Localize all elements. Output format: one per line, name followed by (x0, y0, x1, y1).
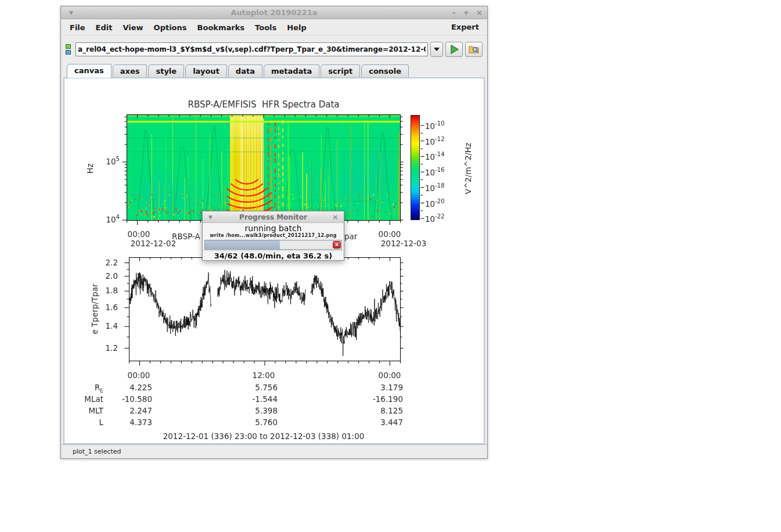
progress-monitor-dialog[interactable]: ▼ Progress Monitor × running batch write… (202, 211, 344, 261)
spectrogram-start-time-label: 00:00 (121, 229, 156, 239)
y-tick-label: 1.8 (83, 286, 118, 295)
ephemeris-row-label: L (69, 418, 103, 427)
plot-title: RBSP-A/EMFISIS HFR Spectra Data (127, 99, 400, 110)
status-text: plot_1 selected (73, 448, 121, 455)
dialog-title: Progress Monitor (203, 213, 344, 221)
colorbar-tick-label: 10-20 (425, 198, 466, 209)
window-title: Autoplot 20190221a (61, 8, 487, 17)
menu-item-options[interactable]: Options (149, 21, 192, 34)
colorbar-tick-label: 10-16 (425, 167, 466, 177)
tab-axes[interactable]: axes (113, 64, 147, 77)
ephemeris-value: 5.756 (225, 383, 278, 392)
autoplot-window: ▼ Autoplot 20190221a – + × FileEditViewO… (60, 6, 488, 459)
colorbar-tick-label: 10-18 (425, 182, 466, 193)
ephemeris-value: 3.447 (351, 418, 403, 427)
title-bar[interactable]: ▼ Autoplot 20190221a – + × (61, 6, 487, 19)
menu-item-view[interactable]: View (117, 21, 148, 34)
colorbar-tick-label: 10-12 (425, 136, 466, 146)
minimize-button[interactable]: – (452, 6, 456, 19)
dialog-title-bar[interactable]: ▼ Progress Monitor × (203, 211, 344, 223)
tab-console[interactable]: console (361, 64, 409, 77)
time-range-label: 2012-12-01 (336) 23:00 to 2012-12-03 (33… (127, 432, 400, 441)
play-icon (448, 43, 460, 56)
freq-tick-label: 104 (85, 214, 120, 224)
go-plot-button[interactable] (445, 42, 463, 57)
ephemeris-value: -1.544 (225, 394, 278, 404)
ephemeris-value: 3.179 (351, 383, 403, 392)
open-file-button[interactable] (465, 42, 483, 57)
y-tick-label: 2.2 (83, 258, 118, 267)
colorbar-tick-label: 10-10 (425, 120, 466, 131)
progress-task-label: running batch (203, 224, 344, 233)
spectrogram-end-date-label: 2012-12-03 (375, 239, 433, 248)
tperp-tpar-series (129, 270, 401, 356)
menu-item-tools[interactable]: Tools (250, 21, 282, 34)
colorbar-tick-label: 10-14 (425, 151, 466, 161)
x-tick-label: 00:00 (121, 371, 156, 380)
menu-bar: FileEditViewOptionsBookmarksToolsHelp Ex… (61, 19, 487, 35)
ephemeris-value: 5.398 (225, 406, 278, 415)
colorbar (411, 115, 420, 220)
window-shade-icon[interactable]: ▼ (69, 10, 73, 16)
status-bar: plot_1 selected (61, 444, 487, 458)
ephemeris-row-label: MLat (69, 394, 103, 404)
canvas-pane: RBSP-A/EMFISIS HFR Spectra Data Hz V^2/m… (63, 77, 485, 444)
ephemeris-value: -10.580 (100, 394, 152, 404)
progress-detail-label: write /hom...walk3/product_20121217_12.p… (203, 233, 344, 239)
tab-layout[interactable]: layout (185, 64, 227, 77)
tab-data[interactable]: data (228, 64, 262, 77)
progress-bar-fill (205, 240, 280, 249)
spectrogram-image[interactable] (127, 115, 400, 220)
spectrogram-end-time-label: 00:00 (372, 229, 407, 239)
ephemeris-value: 5.760 (225, 418, 278, 427)
tab-canvas[interactable]: canvas (67, 64, 111, 78)
ephemeris-value: 4.373 (100, 418, 152, 427)
progress-stats-label: 34/62 (48.0/min, eta 36.2 s) (203, 250, 344, 260)
x-tick-label: 00:00 (372, 371, 407, 380)
plot-canvas[interactable]: RBSP-A/EMFISIS HFR Spectra Data Hz V^2/m… (64, 78, 484, 443)
dialog-shade-icon[interactable]: ▼ (208, 214, 213, 220)
uri-toolbar (61, 35, 487, 63)
lineplot-title-fragment-right: par (344, 232, 357, 241)
lineplot-title-fragment-left: RBSP-A (172, 232, 200, 241)
tab-metadata[interactable]: metadata (264, 64, 319, 77)
datasource-type-icon (66, 43, 73, 56)
ephemeris-value: 8.125 (351, 406, 403, 415)
y-tick-label: 1.6 (83, 303, 118, 312)
close-button[interactable]: × (476, 6, 483, 19)
ephemeris-value: -16.190 (351, 394, 403, 404)
ephemeris-value: 2.247 (100, 406, 152, 415)
maximize-button[interactable]: + (463, 6, 469, 19)
colorbar-tick-label: 10-22 (425, 213, 466, 224)
menu-item-edit[interactable]: Edit (91, 21, 118, 34)
progress-bar: × (204, 240, 342, 250)
y-tick-label: 1.2 (83, 343, 118, 353)
expert-mode-label[interactable]: Expert (451, 23, 484, 31)
dialog-close-icon[interactable]: × (332, 213, 339, 221)
freq-tick-label: 105 (85, 156, 120, 166)
menu-item-help[interactable]: Help (282, 21, 311, 34)
uri-dropdown-button[interactable] (430, 42, 443, 57)
y-tick-label: 1.4 (83, 321, 118, 330)
tab-style[interactable]: style (148, 64, 184, 77)
progress-stop-button[interactable]: × (333, 241, 341, 249)
menu-item-file[interactable]: File (64, 21, 91, 34)
ephemeris-row-label: MLT (69, 406, 103, 415)
y-tick-label: 2.0 (83, 271, 118, 281)
menu-item-bookmarks[interactable]: Bookmarks (192, 21, 250, 34)
x-tick-label: 12:00 (246, 371, 281, 380)
tab-bar: canvasaxesstylelayoutdatametadatascriptc… (61, 63, 487, 77)
folder-search-icon (467, 43, 480, 56)
uri-input[interactable] (75, 42, 428, 56)
chevron-down-icon (434, 48, 440, 51)
ephemeris-row-label: RE (69, 383, 103, 394)
tab-script[interactable]: script (321, 64, 360, 77)
ephemeris-value: 4.225 (100, 383, 152, 392)
